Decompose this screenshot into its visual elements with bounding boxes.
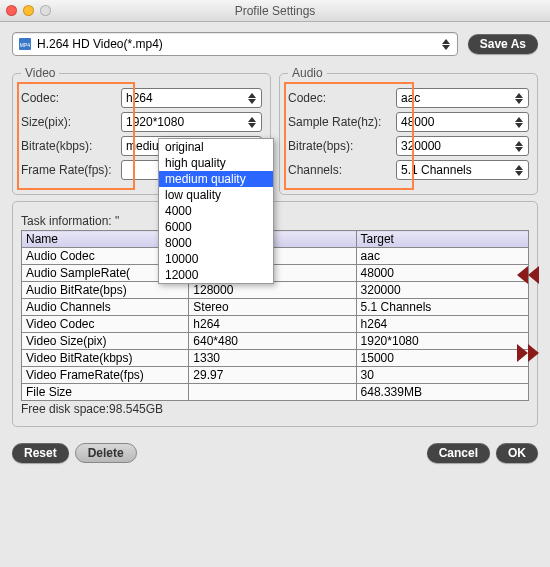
cancel-button[interactable]: Cancel <box>427 443 490 463</box>
chevron-updown-icon <box>512 165 526 176</box>
svg-marker-2 <box>442 39 450 44</box>
svg-marker-6 <box>248 117 256 122</box>
video-legend: Video <box>21 66 59 80</box>
dropdown-option[interactable]: 12000 <box>159 267 273 283</box>
dropdown-option[interactable]: original <box>159 139 273 155</box>
task-table: Name Target Audio CodecaacAudio SampleRa… <box>21 230 529 401</box>
titlebar: Profile Settings <box>0 0 550 22</box>
chevron-updown-icon <box>512 117 526 128</box>
audio-codec-select[interactable]: aac <box>396 88 529 108</box>
svg-marker-18 <box>515 165 523 170</box>
col-target[interactable]: Target <box>356 231 528 248</box>
dropdown-option[interactable]: 4000 <box>159 203 273 219</box>
svg-marker-15 <box>515 123 523 128</box>
prev-icon[interactable] <box>517 266 539 284</box>
table-row[interactable]: File Size648.339MB <box>22 384 529 401</box>
dropdown-option[interactable]: 10000 <box>159 251 273 267</box>
table-row[interactable]: Video Codech264h264 <box>22 316 529 333</box>
dropdown-option[interactable]: medium quality <box>159 171 273 187</box>
svg-marker-21 <box>528 266 539 284</box>
delete-button[interactable]: Delete <box>75 443 137 463</box>
svg-marker-20 <box>517 266 528 284</box>
table-row[interactable]: Audio SampleRate(48000 <box>22 265 529 282</box>
svg-marker-14 <box>515 117 523 122</box>
task-info-group: Task information: " Name Target Audio Co… <box>12 201 538 427</box>
video-size-label: Size(pix): <box>21 115 117 129</box>
audio-legend: Audio <box>288 66 327 80</box>
svg-marker-4 <box>248 93 256 98</box>
svg-marker-13 <box>515 99 523 104</box>
table-row[interactable]: Audio ChannelsStereo5.1 Channels <box>22 299 529 316</box>
audio-samplerate-label: Sample Rate(hz): <box>288 115 392 129</box>
audio-channels-select[interactable]: 5.1 Channels <box>396 160 529 180</box>
next-icon[interactable] <box>517 344 539 362</box>
svg-marker-17 <box>515 147 523 152</box>
audio-group: Audio Codec:aac Sample Rate(hz):48000 Bi… <box>279 66 538 195</box>
dropdown-option[interactable]: high quality <box>159 155 273 171</box>
video-bitrate-label: Bitrate(kbps): <box>21 139 117 153</box>
audio-bitrate-label: Bitrate(bps): <box>288 139 392 153</box>
task-caption: Task information: " <box>21 214 529 228</box>
svg-marker-22 <box>517 344 528 362</box>
chevron-updown-icon <box>512 141 526 152</box>
chevron-updown-icon <box>245 117 259 128</box>
footer: Reset Delete Cancel OK <box>0 433 550 473</box>
dropdown-option[interactable]: 6000 <box>159 219 273 235</box>
chevron-updown-icon <box>439 39 453 50</box>
profile-select[interactable]: MP4 H.264 HD Video(*.mp4) <box>12 32 458 56</box>
svg-marker-7 <box>248 123 256 128</box>
table-row[interactable]: Audio Codecaac <box>22 248 529 265</box>
video-framerate-label: Frame Rate(fps): <box>21 163 117 177</box>
chevron-updown-icon <box>245 93 259 104</box>
save-as-button[interactable]: Save As <box>468 34 538 54</box>
svg-marker-23 <box>528 344 539 362</box>
window-title: Profile Settings <box>0 4 550 18</box>
audio-codec-label: Codec: <box>288 91 392 105</box>
table-row[interactable]: Video FrameRate(fps)29.9730 <box>22 367 529 384</box>
svg-marker-3 <box>442 45 450 50</box>
table-row[interactable]: Video BitRate(kbps)133015000 <box>22 350 529 367</box>
svg-marker-12 <box>515 93 523 98</box>
video-size-select[interactable]: 1920*1080 <box>121 112 262 132</box>
video-codec-label: Codec: <box>21 91 117 105</box>
table-row[interactable]: Audio BitRate(bps)128000320000 <box>22 282 529 299</box>
audio-samplerate-select[interactable]: 48000 <box>396 112 529 132</box>
dropdown-option[interactable]: low quality <box>159 187 273 203</box>
audio-bitrate-select[interactable]: 320000 <box>396 136 529 156</box>
svg-marker-5 <box>248 99 256 104</box>
ok-button[interactable]: OK <box>496 443 538 463</box>
video-bitrate-dropdown[interactable]: originalhigh qualitymedium qualitylow qu… <box>158 138 274 284</box>
svg-marker-19 <box>515 171 523 176</box>
table-row[interactable]: Video Size(pix)640*4801920*1080 <box>22 333 529 350</box>
dropdown-option[interactable]: 8000 <box>159 235 273 251</box>
video-codec-select[interactable]: h264 <box>121 88 262 108</box>
mp4-icon: MP4 <box>17 36 33 52</box>
free-disk-space: Free disk space:98.545GB <box>21 402 529 416</box>
profile-name: H.264 HD Video(*.mp4) <box>37 37 439 51</box>
audio-channels-label: Channels: <box>288 163 392 177</box>
reset-button[interactable]: Reset <box>12 443 69 463</box>
svg-marker-16 <box>515 141 523 146</box>
svg-text:MP4: MP4 <box>20 42 31 48</box>
chevron-updown-icon <box>512 93 526 104</box>
